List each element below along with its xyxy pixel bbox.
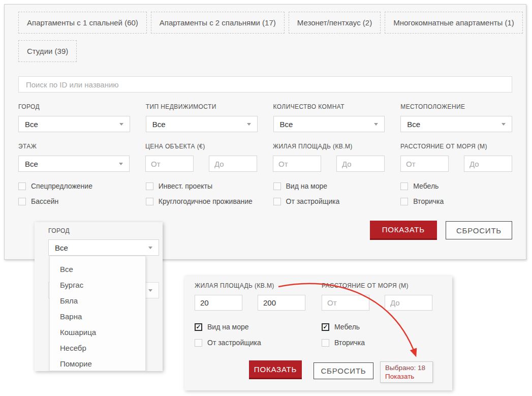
- checkbox-label: Круглогодичное проживание: [159, 197, 253, 205]
- detail-area-to-input[interactable]: [258, 295, 305, 311]
- location-select[interactable]: Все: [400, 116, 512, 132]
- checkbox-year-round-living[interactable]: Круглогодичное проживание: [146, 197, 258, 205]
- show-button[interactable]: ПОКАЗАТЬ: [370, 221, 437, 240]
- detail-area-from-input[interactable]: [195, 295, 242, 311]
- checkbox-invest-projects[interactable]: Инвест. проекты: [146, 182, 258, 190]
- checkbox-checked-icon[interactable]: [322, 323, 329, 331]
- reset-button[interactable]: СБРОСИТЬ: [446, 221, 512, 239]
- filter-panel: Апартаменты с 1 спальней (60) Апартамент…: [4, 4, 526, 260]
- tab-studios[interactable]: Студии (39): [18, 40, 77, 62]
- detail-filter-callout: ЖИЛАЯ ПЛОЩАДЬ (КВ.М) РАССТОЯНИЕ ОТ МОРЯ …: [184, 276, 452, 390]
- tab-apartments-2-bedrooms[interactable]: Апартаменты с 2 спальнями (17): [151, 12, 285, 34]
- checkbox-icon[interactable]: [400, 198, 408, 205]
- checkbox-icon[interactable]: [400, 182, 408, 190]
- floor-select[interactable]: Все: [18, 156, 130, 172]
- location-select-value: Все: [407, 120, 420, 129]
- checkbox-icon[interactable]: [322, 339, 329, 347]
- checkbox-icon[interactable]: [273, 182, 281, 190]
- city-option-pomorie[interactable]: Поморие: [50, 356, 145, 371]
- detail-area-label: ЖИЛАЯ ПЛОЩАДЬ (КВ.М): [195, 282, 274, 289]
- selected-count-text: Выбрано: 18: [385, 364, 425, 372]
- detail-sea-distance-to-input[interactable]: [385, 295, 432, 311]
- city-options-list: Все Бургас Бяла Варна Кошарица Несебр По…: [49, 256, 146, 371]
- checkbox-checked-icon[interactable]: [195, 323, 202, 331]
- category-tabs-row-2: Студии (39): [18, 40, 512, 62]
- checkbox-pool[interactable]: Бассейн: [18, 197, 130, 205]
- chevron-down-icon: [148, 289, 152, 292]
- city-option-kosharitsa[interactable]: Кошарица: [50, 324, 145, 340]
- filter-price: ЦЕНА ОБЪЕКТА (€): [145, 132, 257, 172]
- price-to-input[interactable]: [209, 156, 257, 172]
- checkbox-label: От застройщика: [207, 339, 261, 347]
- floor-label: ЭТАЖ: [18, 143, 130, 150]
- rooms-select[interactable]: Все: [273, 116, 385, 132]
- filter-sea-distance: РАССТОЯНИЕ ОТ МОРЯ (М): [400, 132, 512, 172]
- checkbox-icon[interactable]: [146, 182, 153, 190]
- checkbox-label: Вид на море: [207, 323, 249, 331]
- area-to-input[interactable]: [336, 156, 385, 172]
- price-from-input[interactable]: [145, 156, 194, 172]
- checkbox-furniture[interactable]: Мебель: [400, 182, 512, 190]
- checkbox-icon[interactable]: [273, 198, 281, 205]
- filter-rooms: КОЛИЧЕСТВО КОМНАТ Все: [273, 93, 385, 132]
- city-label: ГОРОД: [18, 103, 130, 110]
- city-option-all[interactable]: Все: [50, 261, 145, 277]
- city-callout-label: ГОРОД: [48, 227, 70, 234]
- sea-distance-to-input[interactable]: [464, 156, 512, 172]
- detail-reset-button[interactable]: СБРОСИТЬ: [314, 362, 373, 379]
- checkbox-label: Мебель: [334, 323, 360, 331]
- floor-select-value: Все: [25, 160, 38, 168]
- detail-sea-distance-from-input[interactable]: [322, 295, 369, 311]
- chevron-down-icon: [502, 123, 506, 126]
- checkbox-from-developer[interactable]: От застройщика: [273, 197, 385, 205]
- checkbox-special-offer[interactable]: Спецпредложение: [18, 182, 130, 190]
- city-option-byala[interactable]: Бяла: [50, 293, 145, 309]
- city-callout-select-value: Все: [55, 243, 68, 252]
- tab-multiroom-apartments[interactable]: Многокомнатные апартаменты (1): [385, 12, 523, 34]
- checkbox-label: Инвест. проекты: [159, 182, 212, 190]
- filter-area: ЖИЛАЯ ПЛОЩАДЬ (КВ.М): [273, 132, 385, 172]
- rooms-select-value: Все: [280, 120, 293, 129]
- property-type-select[interactable]: Все: [146, 116, 258, 132]
- property-type-label: ТИП НЕДВИЖИМОСТИ: [146, 103, 258, 110]
- detail-checkbox-furniture[interactable]: Мебель: [322, 323, 360, 331]
- city-dropdown-callout: ГОРОД Все Все Бургас Бяла Варна Кошарица…: [35, 222, 163, 371]
- detail-checkbox-sea-view[interactable]: Вид на море: [195, 323, 249, 331]
- checkbox-resale[interactable]: Вторичка: [400, 197, 512, 205]
- chevron-down-icon: [148, 247, 152, 249]
- tab-apartments-1-bedroom[interactable]: Апартаменты с 1 спальней (60): [18, 12, 147, 34]
- checkbox-icon[interactable]: [18, 198, 26, 205]
- checkbox-label: Вторичка: [413, 197, 444, 205]
- checkbox-icon[interactable]: [195, 339, 202, 347]
- checkbox-icon[interactable]: [146, 198, 153, 205]
- city-select-value: Все: [25, 120, 38, 129]
- city-option-varna[interactable]: Варна: [50, 309, 145, 324]
- checkbox-label: Спецпредложение: [31, 182, 92, 190]
- detail-checkbox-from-developer[interactable]: От застройщика: [195, 339, 261, 347]
- city-select[interactable]: Все: [18, 116, 130, 132]
- area-label: ЖИЛАЯ ПЛОЩАДЬ (КВ.М): [273, 143, 385, 150]
- detail-show-button[interactable]: ПОКАЗАТЬ: [249, 360, 302, 379]
- checkbox-label: Бассейн: [31, 197, 58, 205]
- chevron-down-icon: [119, 163, 123, 165]
- chevron-down-icon: [119, 123, 123, 126]
- area-from-input[interactable]: [273, 156, 321, 172]
- detail-sea-distance-label: РАССТОЯНИЕ ОТ МОРЯ (М): [322, 282, 409, 289]
- checkbox-label: От застройщика: [286, 197, 340, 205]
- selected-show-link[interactable]: Показать: [385, 372, 428, 381]
- checkbox-icon[interactable]: [18, 182, 26, 190]
- tab-maisonette-penthouse[interactable]: Мезонет/пентхаус (2): [289, 12, 381, 34]
- chevron-down-icon: [374, 123, 378, 126]
- filter-floor: ЭТАЖ Все: [18, 132, 130, 172]
- checkbox-label: Мебель: [413, 182, 439, 190]
- checkbox-sea-view[interactable]: Вид на море: [273, 182, 385, 190]
- location-label: МЕСТОПОЛОЖЕНИЕ: [400, 103, 512, 110]
- city-option-burgas[interactable]: Бургас: [50, 277, 145, 293]
- search-input[interactable]: [18, 76, 512, 93]
- city-callout-select[interactable]: Все: [48, 239, 159, 256]
- city-option-nesebar[interactable]: Несебр: [50, 340, 145, 356]
- filter-city: ГОРОД Все: [18, 93, 130, 132]
- sea-distance-from-input[interactable]: [400, 156, 449, 172]
- filter-row-2: ЭТАЖ Все ЦЕНА ОБЪЕКТА (€) ЖИЛАЯ ПЛОЩАДЬ …: [18, 132, 512, 172]
- detail-checkbox-resale[interactable]: Вторичка: [322, 339, 365, 347]
